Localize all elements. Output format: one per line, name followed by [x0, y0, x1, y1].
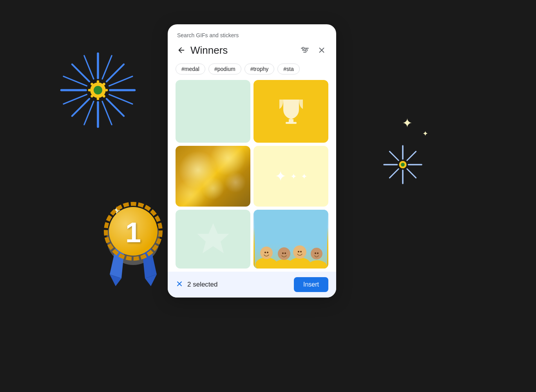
gif-grid: ✦ ✦ ✦ [168, 80, 336, 269]
svg-line-7 [107, 64, 124, 82]
svg-line-6 [72, 64, 89, 82]
dialog-title-row: Winners [168, 42, 336, 62]
svg-point-55 [260, 247, 273, 259]
svg-line-13 [109, 94, 132, 104]
svg-line-16 [84, 102, 94, 125]
close-button[interactable] [315, 44, 328, 57]
tag-medal[interactable]: #medal [176, 64, 205, 74]
svg-line-10 [63, 76, 87, 86]
back-button[interactable] [176, 44, 187, 56]
trophy-icon [275, 96, 307, 127]
svg-point-60 [293, 245, 306, 259]
svg-point-58 [278, 247, 290, 260]
svg-point-63 [264, 252, 266, 253]
svg-point-65 [282, 252, 284, 254]
sparkle-top-right-large: ✦ [402, 116, 413, 131]
svg-line-35 [407, 169, 416, 178]
svg-rect-49 [289, 119, 293, 122]
svg-line-17 [102, 102, 112, 125]
svg-line-12 [63, 94, 87, 104]
svg-line-34 [389, 169, 398, 178]
svg-line-9 [107, 99, 124, 116]
light-starburst-decoration [379, 141, 426, 188]
svg-rect-50 [286, 122, 297, 124]
filter-button[interactable] [298, 43, 312, 57]
svg-line-14 [84, 56, 94, 79]
svg-point-21 [103, 95, 105, 98]
sparkle-top-right-small: ✦ [422, 129, 428, 138]
svg-point-19 [103, 83, 105, 85]
gif-cell-3[interactable] [176, 146, 250, 207]
svg-point-68 [300, 251, 302, 252]
svg-line-33 [407, 151, 416, 160]
svg-text:1: 1 [125, 217, 141, 248]
clear-selection-button[interactable] [176, 280, 183, 290]
medal-decoration: 1 [94, 196, 172, 290]
svg-point-70 [317, 252, 319, 254]
gif-search-dialog: Search GIFs and stickers Winners [168, 24, 336, 298]
svg-point-27 [401, 163, 405, 167]
svg-point-62 [311, 248, 322, 260]
tag-podium[interactable]: #podium [208, 64, 241, 74]
svg-point-67 [298, 251, 299, 252]
dialog-header-label: Search GIFs and stickers [168, 24, 336, 42]
svg-point-1 [94, 86, 102, 94]
tags-row: #medal #podium #trophy #sta [168, 62, 336, 80]
blue-starburst-decoration [55, 47, 141, 133]
svg-point-20 [105, 89, 108, 92]
svg-line-15 [102, 56, 112, 79]
dialog-title: Winners [190, 44, 295, 56]
svg-point-23 [91, 95, 93, 98]
svg-point-66 [284, 252, 286, 254]
gif-cell-6[interactable] [254, 210, 328, 269]
bottom-bar: 2 selected Insert [168, 272, 336, 298]
svg-point-64 [267, 252, 268, 253]
svg-point-25 [91, 83, 93, 85]
svg-line-32 [389, 151, 398, 160]
gif-cell-5[interactable] [176, 210, 250, 269]
svg-point-48 [306, 49, 308, 51]
svg-line-8 [72, 99, 89, 116]
svg-point-47 [302, 47, 304, 49]
svg-point-22 [97, 98, 100, 100]
gif-cell-1[interactable] [176, 80, 250, 143]
svg-point-69 [315, 252, 316, 254]
tag-trophy[interactable]: #trophy [244, 64, 275, 74]
svg-point-18 [97, 80, 100, 83]
people-silhouette [254, 210, 328, 269]
insert-button[interactable]: Insert [294, 277, 328, 292]
selected-count: 2 selected [187, 281, 294, 289]
tag-star[interactable]: #sta [277, 64, 299, 74]
gif-cell-4[interactable]: ✦ ✦ ✦ [254, 146, 328, 207]
svg-point-24 [88, 89, 91, 92]
svg-marker-51 [197, 223, 229, 254]
star-icon [196, 221, 231, 257]
gif-cell-2[interactable] [254, 80, 328, 143]
svg-line-11 [109, 76, 132, 86]
